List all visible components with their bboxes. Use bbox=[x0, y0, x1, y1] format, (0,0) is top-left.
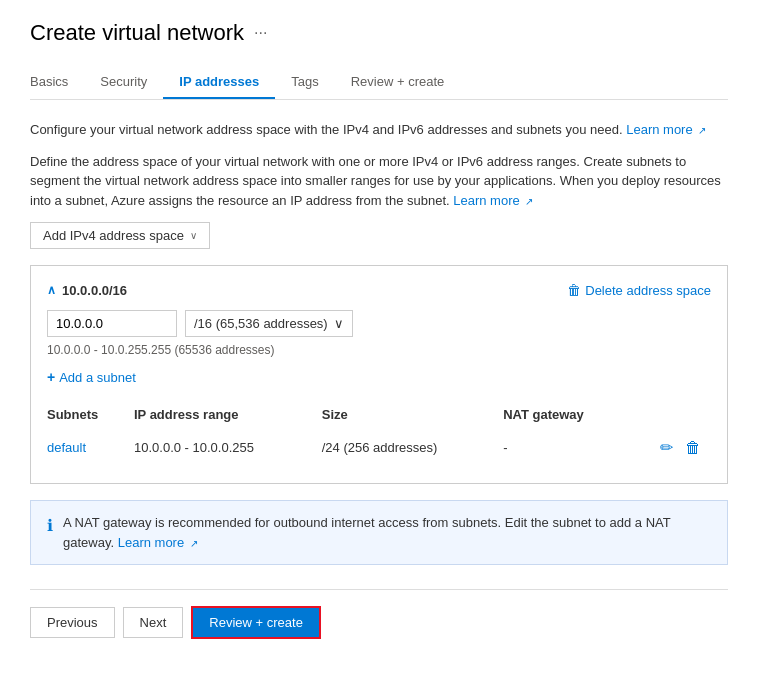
subnet-default-link[interactable]: default bbox=[47, 440, 86, 455]
external-link-icon-2: ↗ bbox=[525, 196, 533, 207]
delete-icon: 🗑 bbox=[567, 282, 581, 298]
info-box-learn-more-link[interactable]: Learn more ↗ bbox=[118, 535, 198, 550]
address-space-header: ∧ 10.0.0.0/16 🗑 Delete address space bbox=[47, 282, 711, 298]
ip-address-input[interactable] bbox=[47, 310, 177, 337]
tab-review-create[interactable]: Review + create bbox=[335, 66, 461, 99]
plus-icon: + bbox=[47, 369, 55, 385]
add-subnet-button[interactable]: + Add a subnet bbox=[47, 369, 136, 385]
info-icon: ℹ bbox=[47, 514, 53, 538]
ip-range-hint: 10.0.0.0 - 10.0.255.255 (65536 addresses… bbox=[47, 343, 711, 357]
next-button[interactable]: Next bbox=[123, 607, 184, 638]
table-row: default 10.0.0.0 - 10.0.0.255 /24 (256 a… bbox=[47, 428, 711, 467]
description-2: Define the address space of your virtual… bbox=[30, 152, 728, 211]
subnet-ip-range: 10.0.0.0 - 10.0.0.255 bbox=[134, 428, 322, 467]
col-header-nat: NAT gateway bbox=[503, 401, 633, 428]
col-header-size: Size bbox=[322, 401, 503, 428]
tab-tags[interactable]: Tags bbox=[275, 66, 334, 99]
delete-subnet-button[interactable]: 🗑 bbox=[683, 436, 703, 459]
tab-basics[interactable]: Basics bbox=[30, 66, 84, 99]
bottom-buttons: Previous Next Review + create bbox=[30, 606, 728, 639]
chevron-down-icon: ∨ bbox=[190, 230, 197, 241]
tabs-bar: Basics Security IP addresses Tags Review… bbox=[30, 66, 728, 100]
bottom-divider bbox=[30, 589, 728, 590]
edit-subnet-button[interactable]: ✏ bbox=[658, 436, 675, 459]
collapse-icon[interactable]: ∧ bbox=[47, 283, 56, 297]
delete-subnet-icon: 🗑 bbox=[685, 439, 701, 456]
review-create-button[interactable]: Review + create bbox=[191, 606, 321, 639]
description-1: Configure your virtual network address s… bbox=[30, 120, 728, 140]
learn-more-link-2[interactable]: Learn more ↗ bbox=[453, 193, 533, 208]
subnet-nat-gateway: - bbox=[503, 428, 633, 467]
col-header-subnets: Subnets bbox=[47, 401, 134, 428]
page-title-row: Create virtual network ··· bbox=[30, 20, 728, 46]
previous-button[interactable]: Previous bbox=[30, 607, 115, 638]
tab-security[interactable]: Security bbox=[84, 66, 163, 99]
page-container: Create virtual network ··· Basics Securi… bbox=[0, 0, 758, 659]
add-ipv4-button[interactable]: Add IPv4 address space ∨ bbox=[30, 222, 210, 249]
address-space-box: ∧ 10.0.0.0/16 🗑 Delete address space /16… bbox=[30, 265, 728, 484]
ip-inputs-row: /16 (65,536 addresses) ∨ bbox=[47, 310, 711, 337]
info-box: ℹ A NAT gateway is recommended for outbo… bbox=[30, 500, 728, 565]
learn-more-link-1[interactable]: Learn more ↗ bbox=[626, 122, 706, 137]
address-space-title: ∧ 10.0.0.0/16 bbox=[47, 283, 127, 298]
subnet-actions: ✏ 🗑 bbox=[633, 436, 703, 459]
ellipsis-icon[interactable]: ··· bbox=[254, 24, 267, 42]
tab-ip-addresses[interactable]: IP addresses bbox=[163, 66, 275, 99]
external-link-icon-3: ↗ bbox=[190, 538, 198, 549]
edit-icon: ✏ bbox=[660, 439, 673, 456]
external-link-icon-1: ↗ bbox=[698, 125, 706, 136]
cidr-chevron-icon: ∨ bbox=[334, 316, 344, 331]
delete-address-space-button[interactable]: 🗑 Delete address space bbox=[567, 282, 711, 298]
col-header-ip-range: IP address range bbox=[134, 401, 322, 428]
page-title: Create virtual network bbox=[30, 20, 244, 46]
subnets-table: Subnets IP address range Size NAT gatewa… bbox=[47, 401, 711, 467]
cidr-dropdown[interactable]: /16 (65,536 addresses) ∨ bbox=[185, 310, 353, 337]
subnet-size: /24 (256 addresses) bbox=[322, 428, 503, 467]
